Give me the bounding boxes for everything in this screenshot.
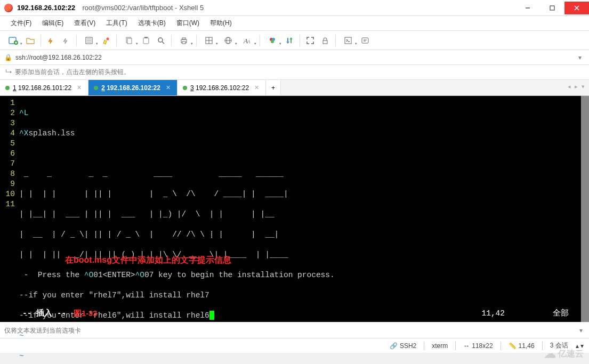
hint-text: 要添加当前会话，点击左侧的箭头按钮。 [15, 68, 130, 77]
tab-nav[interactable]: ◂ ▸ ▾ [568, 83, 586, 90]
color-button[interactable]: ▾ [263, 33, 281, 48]
svg-point-17 [158, 38, 163, 42]
find-button[interactable] [154, 33, 168, 48]
reconnect-button[interactable] [44, 33, 58, 48]
tab-close-icon[interactable]: ✕ [166, 84, 171, 91]
address-bar: 🔒 ▾ [0, 50, 589, 65]
toolbar: ▾ ▾ ▾ ▾ ▾ ▾ AA▾ ▾ ▾ [0, 31, 589, 50]
address-input[interactable] [15, 54, 575, 61]
tab-close-icon[interactable]: ✕ [77, 84, 82, 91]
terminal-scrollbar[interactable] [580, 96, 589, 322]
svg-rect-16 [144, 37, 148, 38]
highlight-button[interactable] [99, 33, 113, 48]
copy-button[interactable]: ▾ [120, 33, 138, 48]
menu-file[interactable]: 文件(F) [6, 17, 36, 30]
font-button[interactable]: AA▾ [238, 33, 256, 48]
watermark: ☁ 亿速云 [544, 347, 584, 361]
svg-rect-21 [182, 42, 185, 44]
hint-bar: ⮡ 要添加当前会话，点击左侧的箭头按钮。 [0, 65, 589, 80]
figure-label: 图1-33 [74, 309, 97, 319]
menubar: 文件(F) 编辑(E) 查看(V) 工具(T) 选项卡(B) 窗口(W) 帮助(… [0, 16, 589, 31]
menu-window[interactable]: 窗口(W) [172, 17, 204, 30]
vim-percent: 全部 [553, 309, 569, 319]
status-dot-icon [5, 86, 10, 90]
svg-rect-15 [143, 38, 149, 44]
svg-rect-20 [182, 38, 185, 39]
disconnect-button[interactable] [59, 33, 73, 48]
svg-rect-33 [323, 41, 327, 44]
title-path: root@vms002:/var/lib/tftpboot - Xshell 5 [78, 4, 204, 12]
annotation-text: 在boot.msg文件中添加如上的文字提示信息 [65, 255, 231, 265]
vim-position: 11,42 [481, 309, 505, 319]
title-host: 192.168.26.102:22 [17, 4, 75, 12]
svg-point-32 [271, 40, 274, 43]
svg-text:A: A [247, 39, 251, 44]
svg-rect-34 [345, 37, 351, 44]
svg-rect-1 [550, 6, 554, 10]
vim-status-line: -- 插入 -- 图1-33 11,42 全部 [18, 309, 573, 319]
tab-2[interactable]: 2 192.168.26.102:22 ✕ [88, 80, 177, 95]
svg-point-12 [107, 37, 109, 40]
tab-add[interactable]: + [266, 80, 281, 95]
open-button[interactable] [23, 33, 37, 48]
titlebar: 192.168.26.102:22 root@vms002:/var/lib/t… [0, 0, 589, 16]
layout-button[interactable]: ▾ [200, 33, 218, 48]
tab-3[interactable]: 3 192.168.26.102:22 ✕ [177, 80, 266, 95]
compose-button[interactable] [358, 33, 372, 48]
svg-line-18 [162, 42, 164, 44]
fullscreen-button[interactable] [303, 33, 317, 48]
print-button[interactable]: ▾ [175, 33, 193, 48]
minimize-button[interactable] [515, 2, 540, 14]
svg-rect-14 [127, 38, 132, 44]
menu-view[interactable]: 查看(V) [70, 17, 100, 30]
tab-close-icon[interactable]: ✕ [254, 84, 259, 91]
menu-tools[interactable]: 工具(T) [102, 17, 131, 30]
line-gutter: 1234567891011 [0, 96, 18, 322]
terminal-content[interactable]: ^L ^Xsplash.lss _ _ _ _ ____ _____ _____… [18, 96, 580, 322]
encoding-button[interactable]: ▾ [219, 33, 237, 48]
address-dropdown[interactable]: ▾ [575, 54, 585, 61]
svg-rect-35 [362, 38, 368, 43]
close-button[interactable] [564, 2, 589, 14]
terminal[interactable]: 1234567891011 ^L ^Xsplash.lss _ _ _ _ __… [0, 96, 589, 322]
menu-edit[interactable]: 编辑(E) [38, 17, 68, 30]
status-dot-icon [183, 86, 187, 90]
menu-help[interactable]: 帮助(H) [206, 17, 236, 30]
cloud-icon: ☁ [544, 347, 556, 361]
tab-1[interactable]: 1 192.168.26.101:22 ✕ [0, 80, 88, 95]
new-session-button[interactable]: ▾ [4, 33, 22, 48]
paste-button[interactable] [139, 33, 153, 48]
maximize-button[interactable] [540, 2, 564, 14]
lock-button[interactable] [318, 33, 332, 48]
vim-mode: -- 插入 -- [22, 309, 66, 319]
lock-icon: 🔒 [4, 54, 12, 61]
hint-arrow-icon[interactable]: ⮡ [5, 69, 12, 76]
app-icon [4, 4, 13, 12]
tab-bar: 1 192.168.26.101:22 ✕ 2 192.168.26.102:2… [0, 80, 589, 96]
properties-button[interactable]: ▾ [80, 33, 98, 48]
menu-tabs[interactable]: 选项卡(B) [134, 17, 170, 30]
transfer-button[interactable] [283, 33, 296, 48]
script-button[interactable]: ▾ [339, 33, 357, 48]
status-dot-icon [94, 86, 98, 90]
